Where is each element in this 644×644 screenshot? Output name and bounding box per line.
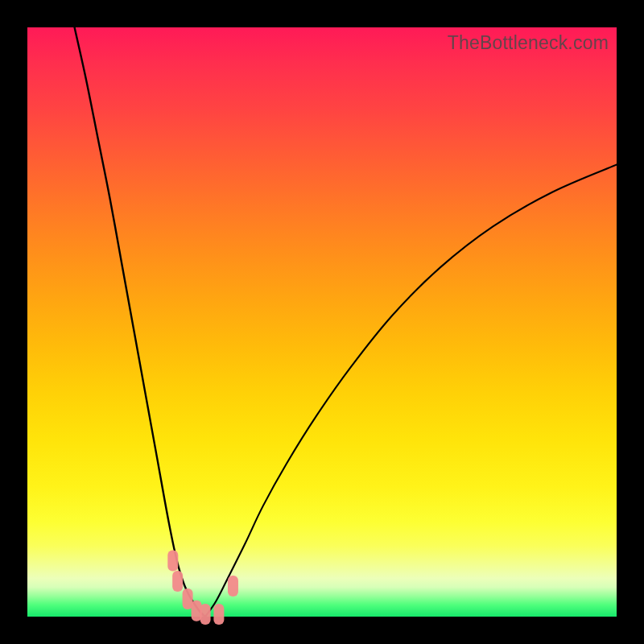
valley-markers xyxy=(167,550,238,625)
valley-marker xyxy=(200,604,211,625)
curve-left-branch xyxy=(75,27,206,617)
valley-marker xyxy=(172,571,183,592)
curve-right-branch xyxy=(205,165,617,617)
chart-frame: TheBottleneck.com xyxy=(0,0,644,644)
valley-marker xyxy=(228,576,238,597)
valley-marker xyxy=(167,550,178,571)
curve-layer xyxy=(27,27,617,617)
plot-area: TheBottleneck.com xyxy=(27,27,617,617)
valley-marker xyxy=(213,604,224,625)
